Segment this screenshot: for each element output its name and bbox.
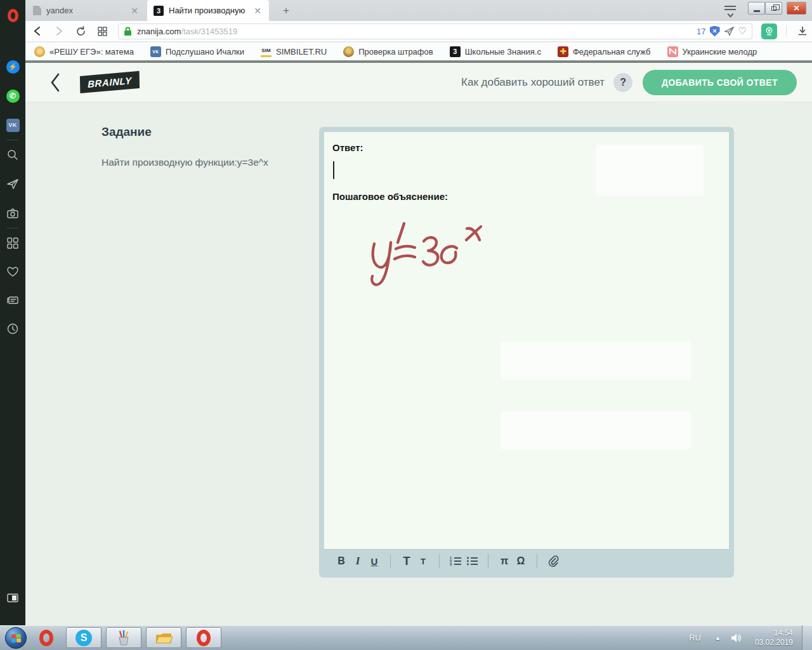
toolbar-divider xyxy=(488,554,488,568)
close-button[interactable]: ✕ xyxy=(787,2,806,15)
language-indicator[interactable]: RU xyxy=(689,633,701,642)
italic-button[interactable]: I xyxy=(350,553,366,569)
taskbar-skype[interactable]: S xyxy=(66,627,102,648)
ghost-content xyxy=(501,411,691,449)
tab-close-icon[interactable]: ✕ xyxy=(252,6,263,16)
tray-expand-icon[interactable]: ▲ xyxy=(715,635,721,641)
new-tab-button[interactable]: + xyxy=(278,3,294,18)
my-flow-send-icon[interactable] xyxy=(724,26,735,36)
bookmark-heart-icon[interactable]: ♡ xyxy=(738,25,747,37)
attachment-button[interactable] xyxy=(545,553,561,569)
editor-text-area[interactable]: Ответ: Пошаговое объяснение: xyxy=(324,132,729,549)
sidebar-divider xyxy=(7,228,18,229)
show-desktop-button[interactable] xyxy=(802,625,812,650)
minimize-button[interactable] xyxy=(748,2,765,15)
snapshot-icon[interactable] xyxy=(0,202,25,224)
znanija-page: BRAINLY Как добавить хороший ответ ? ДОБ… xyxy=(25,62,812,625)
tab-title: yandex xyxy=(46,6,124,15)
editor-toolbar: B I U T T 123 π Ω xyxy=(324,549,729,573)
taskbar-explorer[interactable] xyxy=(146,627,181,648)
skype-icon: S xyxy=(75,630,92,646)
whatsapp-icon[interactable]: ✆ xyxy=(0,85,25,107)
add-answer-button[interactable]: ДОБАВИТЬ СВОЙ ОТВЕТ xyxy=(643,70,797,95)
reload-icon[interactable] xyxy=(71,23,90,39)
system-tray: RU ▲ 14:54 03.02.2019 xyxy=(689,625,812,650)
clock-date: 03.02.2019 xyxy=(755,638,793,647)
ghost-content xyxy=(596,145,704,196)
tab-title: Найти производную фун xyxy=(169,6,247,15)
speed-dial-icon[interactable] xyxy=(0,232,25,254)
downloads-icon[interactable] xyxy=(793,23,812,39)
znanija-favicon: 3 xyxy=(450,46,461,57)
toolbar-divider xyxy=(537,554,537,568)
page-back-icon[interactable] xyxy=(49,72,61,93)
taskbar-opera-pinned[interactable] xyxy=(31,627,62,648)
opera-logo-icon xyxy=(8,9,18,22)
tab-yandex[interactable]: yandex ✕ xyxy=(27,0,146,21)
lock-icon xyxy=(124,27,132,36)
ghost-content xyxy=(501,342,691,380)
start-button[interactable] xyxy=(5,627,27,649)
bookmark-simbilet[interactable]: SIMSIMBILET.RU xyxy=(261,46,327,57)
symbol-omega-button[interactable]: Ω xyxy=(513,553,529,569)
help-link[interactable]: Как добавить хороший ответ xyxy=(461,76,605,89)
paint-icon xyxy=(116,630,131,646)
messenger-icon[interactable]: ⚡ xyxy=(0,56,25,77)
opera-menu-icon[interactable] xyxy=(0,4,25,26)
history-icon[interactable] xyxy=(0,318,25,340)
toolbar-divider xyxy=(390,554,391,568)
equation-pi-button[interactable]: π xyxy=(496,553,513,569)
sidebar-toggle-icon[interactable] xyxy=(0,587,25,609)
address-bar[interactable]: znanija.com/task/31453519 17 ✕ ♡ xyxy=(118,23,752,39)
answer-editor: Ответ: Пошаговое объяснение: B I U xyxy=(319,127,734,578)
taskbar-paint[interactable] xyxy=(106,627,141,648)
bold-button[interactable]: B xyxy=(333,553,350,569)
tab-close-icon[interactable]: ✕ xyxy=(129,6,140,16)
taskbar-clock[interactable]: 14:54 03.02.2019 xyxy=(755,628,793,647)
url-path: /task/31453519 xyxy=(181,27,237,36)
bookmark-znanija[interactable]: 3Школьные Знания.c xyxy=(450,46,541,57)
bookmark-federal[interactable]: ✚Федеральная служб xyxy=(558,46,651,57)
svg-text:3: 3 xyxy=(450,562,452,566)
bookmark-ukr-melodr[interactable]: Украинские мелодр xyxy=(667,46,757,57)
windows-logo-icon xyxy=(11,633,22,643)
sidebar-divider xyxy=(7,140,18,140)
volume-icon[interactable] xyxy=(731,633,742,643)
ordered-list-button[interactable]: 123 xyxy=(447,553,464,569)
bookmarks-heart-icon[interactable] xyxy=(0,261,25,282)
url-domain: znanija.com xyxy=(137,27,181,36)
underline-button[interactable]: U xyxy=(366,553,383,569)
znanija-favicon: 3 xyxy=(154,6,164,16)
reshu-ege-icon xyxy=(34,46,45,57)
task-title: Задание xyxy=(102,125,152,139)
heading-small-button[interactable]: T xyxy=(415,553,431,569)
forward-icon[interactable] xyxy=(49,23,69,39)
search-icon[interactable] xyxy=(0,144,25,166)
bookmark-shtrafy[interactable]: Проверка штрафов xyxy=(343,46,433,57)
taskbar-opera-window[interactable] xyxy=(186,627,221,648)
windows-taskbar: S RU ▲ 14:54 03.02.2019 xyxy=(0,625,812,650)
back-icon[interactable] xyxy=(28,23,47,39)
tab-znanija-active[interactable]: 3 Найти производную фун ✕ xyxy=(147,0,269,21)
vk-icon[interactable]: VK xyxy=(0,114,25,136)
brainly-logo[interactable]: BRAINLY xyxy=(80,71,140,93)
clock-time: 14:54 xyxy=(774,628,793,637)
divider xyxy=(786,25,787,37)
tab-bar: yandex ✕ 3 Найти производную фун ✕ + ✕ xyxy=(25,0,812,21)
tab-menu-icon[interactable] xyxy=(722,4,738,18)
restore-button[interactable] xyxy=(765,2,782,15)
bookmark-podslushano[interactable]: VKПодслушано Ичалки xyxy=(150,46,244,57)
task-text: Найти производную функции:y=3e^x xyxy=(102,157,268,168)
adblock-shield-icon[interactable]: ✕ xyxy=(710,26,720,37)
page-header: BRAINLY Как добавить хороший ответ ? ДОБ… xyxy=(25,63,812,102)
ukr-favicon xyxy=(667,46,678,57)
handwritten-formula xyxy=(368,218,495,291)
my-flow-icon[interactable] xyxy=(0,173,25,195)
help-question-icon[interactable]: ? xyxy=(613,73,632,92)
heading-large-button[interactable]: T xyxy=(398,553,415,569)
snapshot-button[interactable] xyxy=(761,23,777,39)
news-icon[interactable] xyxy=(0,289,25,311)
bookmark-reshu-ege[interactable]: «РЕШУ ЕГЭ»: матема xyxy=(34,46,134,57)
speed-dial-grid-icon[interactable] xyxy=(93,23,112,39)
unordered-list-button[interactable] xyxy=(464,553,480,569)
